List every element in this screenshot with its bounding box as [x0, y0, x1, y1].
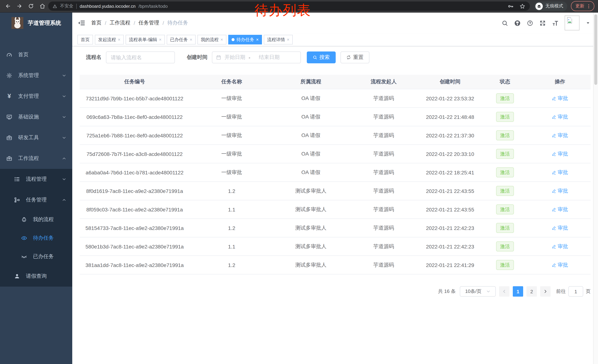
tab-my-process[interactable]: 我的流程: [198, 35, 226, 44]
sidebar-item-workflow[interactable]: 工作流程: [0, 148, 72, 169]
sidebar-item-infrastructure[interactable]: 基础设施: [0, 107, 72, 127]
scrollbar-thumb[interactable]: [594, 15, 597, 85]
sidebar-item-leave-query[interactable]: 请假查询: [0, 266, 72, 287]
prev-page-button[interactable]: [499, 286, 509, 297]
chevron-up-icon: [62, 156, 66, 161]
status-badge: 激活: [496, 112, 514, 122]
filter-form: 流程名 创建时间 开始日期 - 结束日期 搜索 重置: [80, 51, 590, 63]
approve-link[interactable]: 审批: [552, 169, 568, 176]
cell-status: 激活: [481, 108, 529, 126]
table-body: 73211d9d-7b9b-11ec-b5b7-acde48001122 一级审…: [80, 89, 590, 274]
breadcrumb-separator: /: [105, 20, 106, 26]
close-icon[interactable]: [220, 37, 223, 42]
browser-menu-icon[interactable]: [586, 4, 591, 9]
sidebar-collapse-icon[interactable]: [78, 19, 85, 27]
cell-starter: 芋道源码: [348, 219, 419, 237]
avatar[interactable]: [565, 16, 580, 30]
reset-button[interactable]: 重置: [341, 51, 369, 63]
task-table: 任务编号 任务名称 所属流程 流程发起人 创建时间 状态 操作: [80, 75, 590, 274]
url-bar[interactable]: 不安全 dashboard.yudao.iocoder.cn /bpm/task…: [48, 1, 530, 11]
cell-process: OA 请假: [274, 126, 348, 145]
avatar-caret-down-icon[interactable]: [586, 21, 590, 25]
status-badge: 激活: [496, 223, 514, 233]
sidebar-item-process-management[interactable]: 流程管理: [0, 169, 72, 190]
page-scrollbar[interactable]: [593, 13, 598, 364]
tab-done-tasks[interactable]: 已办任务: [167, 35, 196, 44]
approve-link[interactable]: 审批: [552, 206, 568, 213]
approve-link[interactable]: 审批: [552, 95, 568, 102]
search-button[interactable]: 搜索: [307, 51, 336, 63]
approve-link[interactable]: 审批: [552, 113, 568, 120]
back-icon[interactable]: [5, 3, 11, 9]
status-badge: 激活: [496, 186, 514, 196]
sidebar-item-task-management[interactable]: 任务管理: [0, 190, 72, 210]
breadcrumb-current: 待办任务: [167, 20, 188, 26]
close-icon[interactable]: [118, 37, 120, 42]
next-page-button[interactable]: [540, 286, 551, 297]
breadcrumb-task-management[interactable]: 任务管理: [139, 20, 159, 26]
tab-process-form-edit[interactable]: 流程表单-编辑: [126, 35, 165, 44]
app-logo: 芋道管理系统: [0, 13, 72, 33]
font-size-icon[interactable]: [552, 20, 558, 26]
url-separator: [76, 4, 77, 9]
browser-update-button[interactable]: 更新: [571, 1, 594, 11]
page-button-2[interactable]: 2: [526, 286, 537, 297]
top-navbar: 首页 / 工作流程 / 任务管理 / 待办任务: [72, 13, 598, 33]
tab-todo-tasks[interactable]: 待办任务: [228, 35, 262, 44]
approve-link[interactable]: 审批: [552, 132, 568, 139]
table-row: 58154733-7ac8-11ec-a9e2-a2380e71991a 1.2…: [80, 219, 590, 237]
github-icon[interactable]: [514, 20, 521, 26]
sidebar-item-system-management[interactable]: 系统管理: [0, 65, 72, 86]
table-row: 8f0d1619-7ac8-11ec-a9e2-a2380e71991a 1.2…: [80, 182, 590, 200]
approve-link[interactable]: 审批: [552, 151, 568, 157]
tab-start-process[interactable]: 发起流程: [95, 35, 124, 44]
sidebar-item-todo-tasks[interactable]: 待办任务: [0, 229, 72, 247]
sidebar-item-payment-management[interactable]: ¥ 支付管理: [0, 86, 72, 107]
sidebar-item-my-process[interactable]: 我的流程: [0, 210, 72, 229]
cell-process: OA 请假: [274, 163, 348, 182]
approve-link[interactable]: 审批: [552, 243, 568, 250]
page-size-select[interactable]: 10条/页: [460, 286, 496, 297]
tab-home[interactable]: 首页: [77, 35, 93, 44]
approve-link[interactable]: 审批: [552, 187, 568, 194]
sidebar-item-dev-tools[interactable]: 研发工具: [0, 127, 72, 148]
goto-label: 前往: [556, 288, 566, 295]
cell-process: OA 请假: [274, 145, 348, 163]
process-name-input[interactable]: [106, 51, 175, 63]
cell-status: 激活: [481, 145, 529, 163]
cell-created: 2022-01-21 22:43:55: [419, 182, 481, 200]
cell-task-name: 一级审批: [190, 145, 274, 163]
reload-icon[interactable]: [28, 3, 34, 9]
cell-action: 审批: [529, 89, 590, 108]
sidebar-item-home[interactable]: 首页: [0, 44, 72, 65]
close-icon[interactable]: [190, 37, 192, 42]
approve-link[interactable]: 审批: [552, 262, 568, 268]
edit-pen-icon: [552, 152, 556, 156]
cell-process: 测试多审批人: [274, 200, 348, 219]
home-icon[interactable]: [40, 3, 45, 9]
page-button-1[interactable]: 1: [513, 286, 523, 297]
search-icon[interactable]: [502, 20, 508, 26]
goto-page-input[interactable]: [568, 286, 583, 297]
breadcrumb-workflow[interactable]: 工作流程: [110, 20, 130, 26]
fullscreen-icon[interactable]: [540, 20, 546, 26]
help-icon[interactable]: [527, 20, 533, 26]
forward-icon[interactable]: [17, 3, 22, 9]
sidebar-item-done-tasks[interactable]: 已办任务: [0, 247, 72, 266]
cell-created: 2022-01-22 23:53:32: [419, 89, 481, 108]
breadcrumb-home[interactable]: 首页: [91, 20, 101, 26]
close-icon[interactable]: [159, 37, 162, 42]
key-icon[interactable]: [507, 3, 514, 9]
active-dot: [232, 38, 234, 41]
status-badge: 激活: [496, 149, 514, 159]
tab-process-detail[interactable]: 流程详情: [264, 35, 293, 44]
approve-link[interactable]: 审批: [552, 225, 568, 231]
bookmark-star-icon[interactable]: [519, 3, 525, 9]
close-icon[interactable]: [287, 37, 289, 42]
breadcrumb: 首页 / 工作流程 / 任务管理 / 待办任务: [91, 20, 188, 26]
date-range-picker[interactable]: 开始日期 - 结束日期: [212, 51, 301, 63]
cell-task-name: 1.1: [190, 200, 274, 219]
close-icon[interactable]: [256, 37, 259, 42]
cell-starter: 芋道源码: [348, 237, 419, 256]
cell-created: 2022-01-22 20:33:10: [419, 145, 481, 163]
